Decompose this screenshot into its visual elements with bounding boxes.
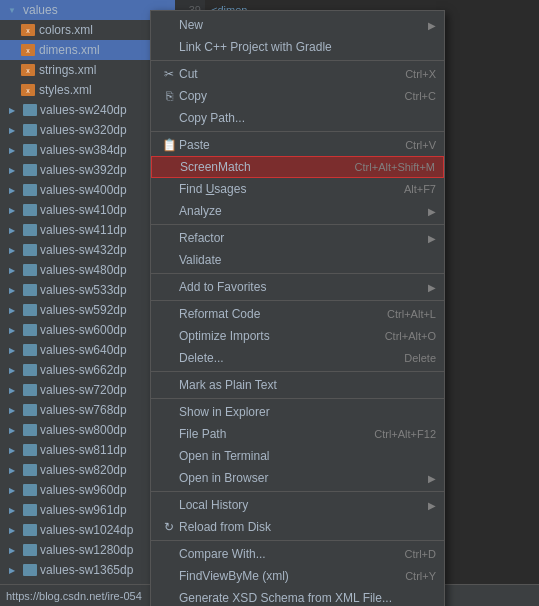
arrow-icon-analyze: ▶	[428, 206, 436, 217]
menu-item-compare[interactable]: Compare With... Ctrl+D	[151, 543, 444, 565]
menu-label-screenmatch: ScreenMatch	[180, 160, 345, 174]
tree-item-sw768[interactable]: values-sw768dp	[0, 400, 175, 420]
tree-item-label: styles.xml	[39, 83, 92, 97]
tree-item-sw480[interactable]: values-sw480dp	[0, 260, 175, 280]
menu-label-generate-xsd: Generate XSD Schema from XML File...	[179, 591, 436, 605]
tree-item-sw411[interactable]: values-sw411dp	[0, 220, 175, 240]
menu-separator	[151, 60, 444, 61]
tree-item-sw600[interactable]: values-sw600dp	[0, 320, 175, 340]
menu-item-findviewbyme[interactable]: FindViewByMe (xml) Ctrl+Y	[151, 565, 444, 587]
arrow-icon-refactor: ▶	[428, 233, 436, 244]
folder-icon	[4, 342, 20, 358]
tree-item-label: values-sw533dp	[40, 283, 127, 297]
menu-shortcut-reformat: Ctrl+Alt+L	[387, 308, 436, 320]
menu-shortcut-compare: Ctrl+D	[405, 548, 436, 560]
menu-item-analyze[interactable]: Analyze ▶	[151, 200, 444, 222]
menu-item-delete[interactable]: Delete... Delete	[151, 347, 444, 369]
tree-item-label: values-sw400dp	[40, 183, 127, 197]
menu-label-add-favorites: Add to Favorites	[179, 280, 424, 294]
xml-file-icon: x	[20, 42, 36, 58]
xml-file-icon: x	[20, 62, 36, 78]
menu-item-reload-disk[interactable]: ↻ Reload from Disk	[151, 516, 444, 538]
menu-item-file-path[interactable]: File Path Ctrl+Alt+F12	[151, 423, 444, 445]
menu-shortcut-optimize: Ctrl+Alt+O	[385, 330, 436, 342]
file-tree: values x colors.xml x dimens.xml x strin…	[0, 0, 175, 606]
folder-icon	[4, 162, 20, 178]
tree-item-label: values-sw240dp	[40, 103, 127, 117]
tree-item-sw640[interactable]: values-sw640dp	[0, 340, 175, 360]
menu-item-new[interactable]: New ▶	[151, 14, 444, 36]
tree-item-label: values	[23, 3, 58, 17]
tree-item-styles[interactable]: x styles.xml	[0, 80, 175, 100]
menu-item-generate-xsd[interactable]: Generate XSD Schema from XML File...	[151, 587, 444, 606]
folder-icon	[4, 322, 20, 338]
tree-item-sw811[interactable]: values-sw811dp	[0, 440, 175, 460]
tree-item-sw960[interactable]: values-sw960dp	[0, 480, 175, 500]
folder-icon	[4, 202, 20, 218]
tree-item-sw592[interactable]: values-sw592dp	[0, 300, 175, 320]
menu-item-validate[interactable]: Validate	[151, 249, 444, 271]
tree-item-sw410[interactable]: values-sw410dp	[0, 200, 175, 220]
folder-icon	[4, 482, 20, 498]
folder-icon	[4, 142, 20, 158]
tree-item-label: colors.xml	[39, 23, 93, 37]
tree-item-sw432[interactable]: values-sw432dp	[0, 240, 175, 260]
tree-item-sw1024[interactable]: values-sw1024dp	[0, 520, 175, 540]
menu-item-link-cpp[interactable]: Link C++ Project with Gradle	[151, 36, 444, 58]
menu-label-open-browser: Open in Browser	[179, 471, 424, 485]
tree-item-sw384[interactable]: values-sw384dp	[0, 140, 175, 160]
menu-item-reformat[interactable]: Reformat Code Ctrl+Alt+L	[151, 303, 444, 325]
menu-item-optimize-imports[interactable]: Optimize Imports Ctrl+Alt+O	[151, 325, 444, 347]
tree-item-sw533[interactable]: values-sw533dp	[0, 280, 175, 300]
tree-item-label: values-sw640dp	[40, 343, 127, 357]
menu-item-copy[interactable]: ⎘ Copy Ctrl+C	[151, 85, 444, 107]
tree-item-colors[interactable]: x colors.xml	[0, 20, 175, 40]
menu-shortcut-findviewbyme: Ctrl+Y	[405, 570, 436, 582]
tree-item-sw961[interactable]: values-sw961dp	[0, 500, 175, 520]
menu-label-mark-plain: Mark as Plain Text	[179, 378, 436, 392]
tree-item-sw720[interactable]: values-sw720dp	[0, 380, 175, 400]
tree-item-sw1280[interactable]: values-sw1280dp	[0, 540, 175, 560]
tree-item-sw1365[interactable]: values-sw1365dp	[0, 560, 175, 580]
tree-item-sw662[interactable]: values-sw662dp	[0, 360, 175, 380]
folder-open-icon	[4, 2, 20, 18]
menu-item-find-usages[interactable]: Find Usages Alt+F7	[151, 178, 444, 200]
menu-separator	[151, 398, 444, 399]
folder-icon	[4, 122, 20, 138]
tree-item-label: values-sw384dp	[40, 143, 127, 157]
tree-item-sw392[interactable]: values-sw392dp	[0, 160, 175, 180]
menu-item-copy-path[interactable]: Copy Path...	[151, 107, 444, 129]
menu-label-copy: Copy	[179, 89, 395, 103]
menu-item-add-favorites[interactable]: Add to Favorites ▶	[151, 276, 444, 298]
tree-item-label: values-sw392dp	[40, 163, 127, 177]
menu-label-refactor: Refactor	[179, 231, 424, 245]
menu-item-cut[interactable]: ✂ Cut Ctrl+X	[151, 63, 444, 85]
menu-item-mark-plain[interactable]: Mark as Plain Text	[151, 374, 444, 396]
tree-item-label: values-sw768dp	[40, 403, 127, 417]
menu-label-show-explorer: Show in Explorer	[179, 405, 436, 419]
menu-item-paste[interactable]: 📋 Paste Ctrl+V	[151, 134, 444, 156]
arrow-icon-new: ▶	[428, 20, 436, 31]
menu-item-open-browser[interactable]: Open in Browser ▶	[151, 467, 444, 489]
tree-item-sw320[interactable]: values-sw320dp	[0, 120, 175, 140]
menu-label-delete: Delete...	[179, 351, 394, 365]
tree-item-sw240[interactable]: values-sw240dp	[0, 100, 175, 120]
menu-separator	[151, 300, 444, 301]
menu-label-local-history: Local History	[179, 498, 424, 512]
tree-item-sw820[interactable]: values-sw820dp	[0, 460, 175, 480]
menu-label-file-path: File Path	[179, 427, 364, 441]
tree-item-sw400[interactable]: values-sw400dp	[0, 180, 175, 200]
menu-label-findviewbyme: FindViewByMe (xml)	[179, 569, 395, 583]
tree-item-dimens[interactable]: x dimens.xml	[0, 40, 175, 60]
menu-item-screenmatch[interactable]: ScreenMatch Ctrl+Alt+Shift+M	[151, 156, 444, 178]
menu-item-local-history[interactable]: Local History ▶	[151, 494, 444, 516]
tree-item-strings[interactable]: x strings.xml	[0, 60, 175, 80]
menu-separator	[151, 491, 444, 492]
menu-item-refactor[interactable]: Refactor ▶	[151, 227, 444, 249]
tree-item-values[interactable]: values	[0, 0, 175, 20]
menu-item-open-terminal[interactable]: Open in Terminal	[151, 445, 444, 467]
tree-item-sw800[interactable]: values-sw800dp	[0, 420, 175, 440]
menu-item-show-explorer[interactable]: Show in Explorer	[151, 401, 444, 423]
scissors-icon: ✂	[159, 67, 179, 81]
tree-item-label: values-sw820dp	[40, 463, 127, 477]
